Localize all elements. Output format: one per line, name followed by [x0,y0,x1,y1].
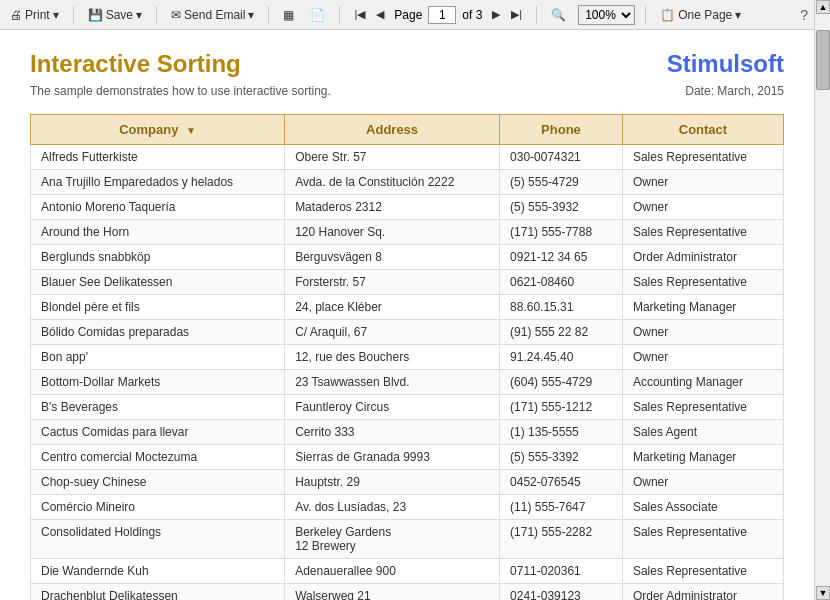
contact-cell: Sales Representative [622,395,783,420]
table-row: Drachenblut DelikatessenWalserweg 210241… [31,584,784,601]
company-cell[interactable]: Comércio Mineiro [31,495,285,520]
company-cell[interactable]: Bottom-Dollar Markets [31,370,285,395]
sep2 [156,6,157,24]
print-icon: 🖨 [10,8,22,22]
company-cell[interactable]: B's Beverages [31,395,285,420]
column-header-address: Address [285,115,500,145]
zoom-select[interactable]: 100% 75% 150% [578,5,635,25]
contact-cell: Sales Representative [622,520,783,559]
report-subtitle-bar: The sample demonstrates how to use inter… [30,84,784,98]
column-header-contact: Contact [622,115,783,145]
table-row: Centro comercial MoctezumaSierras de Gra… [31,445,784,470]
contact-cell: Order Administrator [622,245,783,270]
address-cell: Sierras de Granada 9993 [285,445,500,470]
contact-cell: Owner [622,320,783,345]
help-button[interactable]: ? [800,7,808,23]
company-cell[interactable]: Die Wandernde Kuh [31,559,285,584]
contact-cell: Sales Representative [622,145,783,170]
company-cell[interactable]: Chop-suey Chinese [31,470,285,495]
company-cell[interactable]: Bólido Comidas preparadas [31,320,285,345]
phone-cell: (91) 555 22 82 [500,320,623,345]
sep5 [536,6,537,24]
contact-cell: Sales Agent [622,420,783,445]
company-cell[interactable]: Consolidated Holdings [31,520,285,559]
table-row: Berglunds snabbköpBerguvsvägen 80921-12 … [31,245,784,270]
phone-cell: 030-0074321 [500,145,623,170]
table-row: Blauer See DelikatessenForsterstr. 57062… [31,270,784,295]
address-cell: Obere Str. 57 [285,145,500,170]
save-button[interactable]: 💾 Save ▾ [84,6,146,24]
company-cell[interactable]: Alfreds Futterkiste [31,145,285,170]
phone-cell: (171) 555-7788 [500,220,623,245]
address-cell: Avda. de la Constitución 2222 [285,170,500,195]
address-cell: Cerrito 333 [285,420,500,445]
first-page-button[interactable]: |◀ [350,6,369,23]
search-icon: 🔍 [551,8,566,22]
data-table: Company ▼ Address Phone Contact [30,114,784,600]
send-email-button[interactable]: ✉ Send Email ▾ [167,6,258,24]
address-cell: 12, rue des Bouchers [285,345,500,370]
single-page-button[interactable]: 📄 [306,6,329,24]
search-button[interactable]: 🔍 [547,6,570,24]
prev-page-button[interactable]: ◀ [372,6,388,23]
single-page-icon: 📄 [310,8,325,22]
column-header-phone: Phone [500,115,623,145]
contact-cell: Owner [622,470,783,495]
address-cell: Fauntleroy Circus [285,395,500,420]
view-mode-button[interactable]: 📋 One Page ▾ [656,6,745,24]
company-cell[interactable]: Blauer See Delikatessen [31,270,285,295]
last-page-button[interactable]: ▶| [507,6,526,23]
table-row: Bon app'12, rue des Bouchers91.24.45.40O… [31,345,784,370]
page-number-input[interactable] [428,6,456,24]
company-cell[interactable]: Blondel père et fils [31,295,285,320]
company-cell[interactable]: Drachenblut Delikatessen [31,584,285,601]
app-window: 🖨 Print ▾ 💾 Save ▾ ✉ Send Email ▾ ▦ 📄 [0,0,830,600]
phone-cell: 0921-12 34 65 [500,245,623,270]
next-page-button[interactable]: ▶ [488,6,504,23]
table-row: Antonio Moreno TaqueríaMataderos 2312(5)… [31,195,784,220]
print-button[interactable]: 🖨 Print ▾ [6,6,63,24]
sep3 [268,6,269,24]
phone-cell: (171) 555-2282 [500,520,623,559]
phone-cell: (5) 555-3932 [500,195,623,220]
scrollbar-track: ▲ ▼ [814,0,830,600]
contact-cell: Marketing Manager [622,295,783,320]
address-cell: Hauptstr. 29 [285,470,500,495]
contact-cell: Marketing Manager [622,445,783,470]
table-row: Ana Trujillo Emparedados y heladosAvda. … [31,170,784,195]
scroll-up-button[interactable]: ▲ [816,0,830,14]
email-icon: ✉ [171,8,181,22]
contact-cell: Owner [622,345,783,370]
phone-cell: (1) 135-5555 [500,420,623,445]
phone-cell: 0452-076545 [500,470,623,495]
column-header-company[interactable]: Company ▼ [31,115,285,145]
company-cell[interactable]: Antonio Moreno Taquería [31,195,285,220]
contact-cell: Owner [622,195,783,220]
email-dropdown-icon: ▾ [248,8,254,22]
phone-cell: (5) 555-3392 [500,445,623,470]
table-row: Die Wandernde KuhAdenauerallee 9000711-0… [31,559,784,584]
scroll-down-button[interactable]: ▼ [816,586,830,600]
company-cell[interactable]: Around the Horn [31,220,285,245]
company-cell[interactable]: Berglunds snabbköp [31,245,285,270]
phone-cell: 0241-039123 [500,584,623,601]
print-dropdown-icon: ▾ [53,8,59,22]
address-cell: Mataderos 2312 [285,195,500,220]
company-cell[interactable]: Centro comercial Moctezuma [31,445,285,470]
page-navigation: |◀ ◀ Page of 3 ▶ ▶| [350,6,526,24]
company-cell[interactable]: Bon app' [31,345,285,370]
contact-cell: Order Administrator [622,584,783,601]
address-cell: 24, place Kléber [285,295,500,320]
sort-icon: ▼ [186,125,196,136]
company-cell[interactable]: Ana Trujillo Emparedados y helados [31,170,285,195]
address-cell: Forsterstr. 57 [285,270,500,295]
table-header-row: Company ▼ Address Phone Contact [31,115,784,145]
table-row: B's BeveragesFauntleroy Circus(171) 555-… [31,395,784,420]
address-cell: Adenauerallee 900 [285,559,500,584]
contact-cell: Accounting Manager [622,370,783,395]
scroll-thumb[interactable] [816,30,830,90]
address-cell: C/ Araquil, 67 [285,320,500,345]
company-cell[interactable]: Cactus Comidas para llevar [31,420,285,445]
table-view-button[interactable]: ▦ [279,6,298,24]
address-cell: Walserweg 21 [285,584,500,601]
